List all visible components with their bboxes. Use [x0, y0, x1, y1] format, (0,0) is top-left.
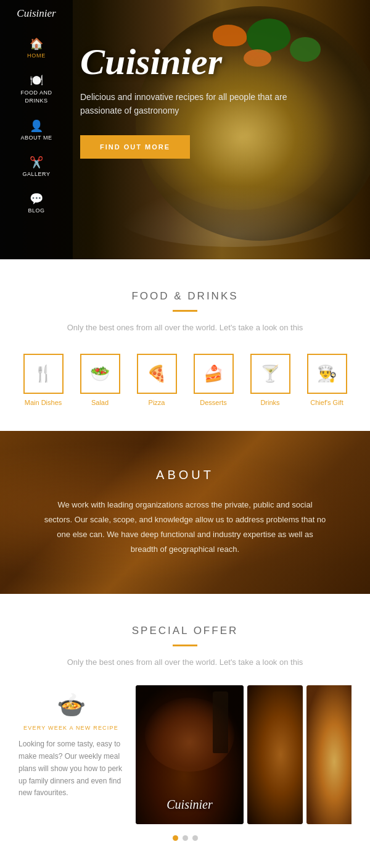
sidebar-label-home: HOME: [27, 52, 46, 59]
category-desserts[interactable]: 🍰 Desserts: [189, 354, 237, 406]
food-drinks-divider: [173, 310, 197, 312]
hero-section: Cuisinier 🏠 HOME 🍽️ FOOD ANDDRINKS 👤 ABO…: [0, 0, 370, 259]
about-section: ABOUT We work with leading organizations…: [0, 431, 370, 594]
about-text: We work with leading organizations acros…: [43, 498, 327, 557]
main-dishes-icon-box: 🍴: [23, 354, 64, 394]
main-dishes-label: Main Dishes: [25, 399, 62, 406]
home-icon: 🏠: [30, 37, 43, 51]
dot-2[interactable]: [183, 835, 188, 841]
desserts-icon-box: 🍰: [194, 354, 234, 394]
chiefs-gift-icon-box: 👨‍🍳: [307, 354, 347, 394]
food-drinks-subtitle: Only the best ones from all over the wor…: [18, 323, 352, 332]
food-icon: 🍽️: [30, 73, 43, 87]
sidebar-label-gallery: GALLERY: [23, 171, 51, 177]
sidebar-item-blog[interactable]: 💬 BLOG: [0, 188, 73, 217]
carousel-card-2[interactable]: [247, 685, 303, 824]
sidebar-item-home[interactable]: 🏠 HOME: [0, 33, 73, 62]
sidebar-nav: Cuisinier 🏠 HOME 🍽️ FOOD ANDDRINKS 👤 ABO…: [0, 0, 73, 259]
offer-left-panel: 🍲 EVERY WEEK A NEW RECIPE Looking for so…: [18, 685, 123, 799]
carousel-track: Cuisinier: [136, 685, 352, 824]
carousel-card-1[interactable]: Cuisinier: [136, 685, 244, 824]
about-title: ABOUT: [37, 468, 333, 482]
hero-title: Cuisinier: [80, 43, 361, 80]
food-drinks-title: FOOD & DRINKS: [18, 290, 352, 303]
sidebar-item-food-drinks[interactable]: 🍽️ FOOD ANDDRINKS: [0, 70, 73, 108]
card1-brand-text: Cuisinier: [136, 798, 244, 812]
sidebar-label-about: ABOUT ME: [21, 135, 52, 141]
drinks-icon-box: 🍸: [250, 354, 290, 394]
drinks-label: Drinks: [260, 399, 279, 406]
carousel-card-3[interactable]: [306, 685, 352, 824]
special-offer-title: SPECIAL OFFER: [18, 625, 352, 637]
card2-food: [247, 685, 303, 824]
sidebar-logo: Cuisinier: [17, 7, 56, 20]
offer-content-row: 🍲 EVERY WEEK A NEW RECIPE Looking for so…: [18, 685, 352, 824]
card3-food: [306, 685, 352, 824]
hero-subtitle: Delicious and innovative recipes for all…: [80, 90, 290, 118]
category-chiefs-gift[interactable]: 👨‍🍳 Chief's Gift: [303, 354, 351, 406]
weekly-recipe-tag: EVERY WEEK A NEW RECIPE: [18, 725, 123, 731]
chat-icon: 💬: [30, 192, 43, 206]
dot-3[interactable]: [192, 835, 198, 841]
chiefs-gift-label: Chief's Gift: [310, 399, 343, 406]
food-categories-row: 🍴 Main Dishes 🥗 Salad 🍕 Pizza 🍰 Desserts…: [18, 354, 352, 406]
hero-plate-base: [117, 185, 352, 247]
dot-1[interactable]: [173, 835, 178, 841]
pizza-icon-box: 🍕: [137, 354, 177, 394]
weekly-recipe-icon: 🍲: [18, 691, 123, 719]
category-drinks[interactable]: 🍸 Drinks: [246, 354, 294, 406]
person-icon: 👤: [30, 119, 43, 133]
weekly-recipe-desc: Looking for some tasty, easy to make mea…: [18, 738, 123, 799]
sidebar-label-food: FOOD ANDDRINKS: [20, 89, 52, 104]
food-drinks-section: FOOD & DRINKS Only the best ones from al…: [0, 259, 370, 431]
carousel-dots: [18, 835, 352, 841]
scissors-icon: ✂️: [30, 156, 43, 169]
sidebar-item-gallery[interactable]: ✂️ GALLERY: [0, 152, 73, 181]
sidebar-item-about-me[interactable]: 👤 ABOUT ME: [0, 115, 73, 144]
hero-content: Cuisinier Delicious and innovative recip…: [80, 43, 361, 159]
pizza-label: Pizza: [149, 399, 165, 406]
category-main-dishes[interactable]: 🍴 Main Dishes: [19, 354, 67, 406]
category-pizza[interactable]: 🍕 Pizza: [133, 354, 181, 406]
sidebar-label-blog: BLOG: [28, 207, 44, 214]
special-offer-section: SPECIAL OFFER Only the best ones from al…: [0, 594, 370, 859]
find-out-more-button[interactable]: FIND OUT MORE: [80, 135, 190, 159]
category-salad[interactable]: 🥗 Salad: [76, 354, 124, 406]
offer-carousel: Cuisinier: [136, 685, 352, 824]
salad-label: Salad: [91, 399, 109, 406]
desserts-label: Desserts: [200, 399, 226, 406]
special-offer-divider: [173, 645, 197, 646]
salad-icon-box: 🥗: [80, 354, 120, 394]
special-offer-subtitle: Only the best ones from all over the wor…: [18, 657, 352, 667]
